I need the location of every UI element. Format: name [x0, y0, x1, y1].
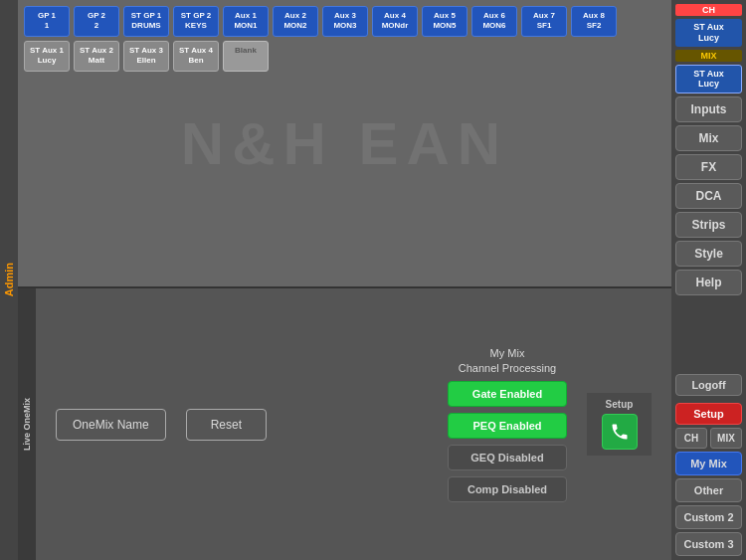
inputs-button[interactable]: Inputs [675, 96, 742, 122]
mix-label: MIX [675, 50, 742, 62]
right-sidebar-bottom-section: Setup CH MIX My Mix Other Custom 2 Custo… [675, 403, 742, 556]
geq-button[interactable]: GEQ Disabled [448, 445, 567, 470]
strips-button[interactable]: Strips [675, 212, 742, 238]
st-aux-lucy-mix-box[interactable]: ST AuxLucy [675, 65, 742, 94]
mix-small-button[interactable]: MIX [710, 428, 742, 449]
channel-blank[interactable]: Blank [223, 41, 269, 72]
processing-section: My MixChannel Processing Gate Enabled PE… [448, 346, 567, 502]
channel-aux4[interactable]: Aux 4MONdr [372, 6, 418, 37]
fx-button[interactable]: FX [675, 154, 742, 180]
right-sidebar: CH ST AuxLucy MIX ST AuxLucy Inputs Mix … [671, 0, 746, 560]
channel-aux7[interactable]: Aux 7SF1 [521, 6, 567, 37]
channel-stgp1[interactable]: ST GP 1DRUMS [123, 6, 169, 37]
ch-label: CH [675, 4, 742, 16]
live-onemix-label: Live OneMix [22, 398, 32, 451]
other-button[interactable]: Other [675, 478, 742, 502]
channel-row-1: GP 11 GP 22 ST GP 1DRUMS ST GP 2KEYS Aux… [24, 6, 665, 37]
help-button[interactable]: Help [675, 270, 742, 295]
reset-button[interactable]: Reset [186, 409, 267, 441]
channel-staux2[interactable]: ST Aux 2Matt [74, 41, 119, 72]
setup-label: Setup [606, 399, 634, 410]
channel-aux5[interactable]: Aux 5MON5 [422, 6, 467, 37]
gate-button[interactable]: Gate Enabled [448, 381, 567, 407]
channel-aux8[interactable]: Aux 8SF2 [571, 6, 617, 37]
peq-button[interactable]: PEQ Enabled [448, 413, 567, 439]
setup-column: Setup [587, 393, 652, 456]
bottom-panel: Live OneMix OneMix Name Reset My MixChan… [18, 288, 671, 560]
mix-button[interactable]: Mix [675, 125, 742, 151]
comp-button[interactable]: Comp Disabled [448, 476, 567, 502]
main-content: N&H EAN GP 11 GP 22 ST GP 1DRUMS ST GP 2… [18, 0, 671, 560]
channel-aux3[interactable]: Aux 3MON3 [322, 6, 368, 37]
ch-small-button[interactable]: CH [675, 428, 707, 449]
channel-grid: GP 11 GP 22 ST GP 1DRUMS ST GP 2KEYS Aux… [24, 6, 665, 72]
bottom-left-label: Live OneMix [18, 288, 36, 560]
channel-staux3[interactable]: ST Aux 3Ellen [123, 41, 169, 72]
channel-aux2[interactable]: Aux 2MON2 [273, 6, 318, 37]
channel-aux1[interactable]: Aux 1MON1 [223, 6, 269, 37]
custom3-button[interactable]: Custom 3 [675, 532, 742, 556]
onemix-name-button[interactable]: OneMix Name [56, 409, 166, 441]
admin-label: Admin [3, 263, 15, 296]
channel-gp1[interactable]: GP 11 [24, 6, 70, 37]
watermark: N&H EAN [181, 109, 508, 178]
channel-aux6[interactable]: Aux 6MON6 [471, 6, 517, 37]
bottom-main: OneMix Name Reset My MixChannel Processi… [36, 288, 671, 560]
processing-title: My MixChannel Processing [459, 346, 556, 375]
channel-staux1[interactable]: ST Aux 1Lucy [24, 41, 70, 72]
channel-gp2[interactable]: GP 22 [74, 6, 119, 37]
left-label-bar: Admin [0, 0, 18, 560]
setup-icon-button[interactable] [602, 414, 638, 450]
logoff-button[interactable]: Logoff [675, 374, 742, 396]
channel-stgp2[interactable]: ST GP 2KEYS [173, 6, 219, 37]
mymix-button[interactable]: My Mix [675, 452, 742, 475]
style-button[interactable]: Style [675, 241, 742, 267]
dca-button[interactable]: DCA [675, 183, 742, 209]
top-panel: N&H EAN GP 11 GP 22 ST GP 1DRUMS ST GP 2… [18, 0, 671, 288]
st-aux-lucy-box[interactable]: ST AuxLucy [675, 19, 742, 47]
channel-staux4[interactable]: ST Aux 4Ben [173, 41, 219, 72]
custom2-button[interactable]: Custom 2 [675, 505, 742, 529]
setup-top-button[interactable]: Setup [675, 403, 742, 425]
ch-mix-row: CH MIX [675, 428, 742, 449]
channel-row-2: ST Aux 1Lucy ST Aux 2Matt ST Aux 3Ellen … [24, 41, 665, 72]
phone-icon [610, 422, 630, 442]
